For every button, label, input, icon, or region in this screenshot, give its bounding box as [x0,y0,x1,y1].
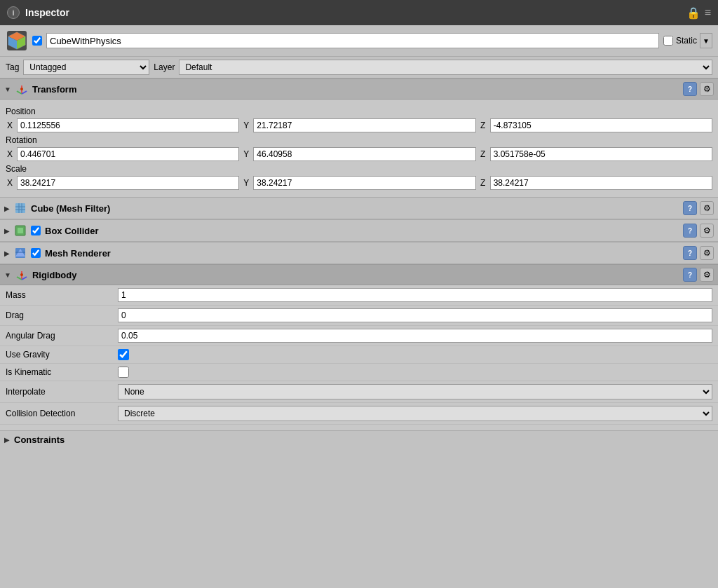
mesh-filter-help-btn[interactable]: ? [683,201,697,215]
is-kinematic-row: Is Kinematic [0,364,718,381]
collision-detection-select[interactable]: Discrete Continuous Continuous Dynamic [118,406,712,421]
static-checkbox[interactable] [663,36,673,46]
title-bar: i Inspector 🔒 ≡ [0,0,718,25]
mass-input[interactable] [118,288,712,302]
svg-line-6 [17,91,22,94]
title-icons: 🔒 ≡ [686,6,711,20]
mesh-renderer-row[interactable]: ▶ Mesh Renderer ? ⚙ [0,242,718,264]
interpolate-row: Interpolate None Interpolate Extrapolate [0,381,718,403]
svg-line-7 [22,91,27,94]
rotation-row: X Y Z [6,147,712,161]
transform-help-btn[interactable]: ? [683,82,697,96]
mesh-renderer-actions: ? ⚙ [683,246,714,260]
scale-x-label: X [6,178,14,188]
pos-z-input[interactable] [490,118,712,132]
box-collider-gear-btn[interactable]: ⚙ [700,224,714,238]
pos-y-input[interactable] [253,118,475,132]
rigidbody-help-btn[interactable]: ? [683,268,697,282]
svg-rect-9 [15,203,25,213]
static-label: Static [676,36,697,46]
angular-drag-label: Angular Drag [6,331,118,341]
is-kinematic-checkbox[interactable] [118,367,129,378]
svg-line-21 [22,277,27,280]
rot-x-input[interactable] [17,147,239,161]
static-row: Static ▼ [663,33,712,48]
tag-layer-row: Tag Untagged Layer Default [0,57,718,78]
rot-y-label: Y [242,149,250,159]
object-enabled-checkbox[interactable] [32,36,42,46]
svg-point-22 [20,273,23,276]
menu-icon[interactable]: ≡ [705,6,711,19]
transform-icon [15,83,28,95]
scale-label: Scale [6,164,712,174]
layer-select[interactable]: Default [179,60,712,75]
rot-z-input[interactable] [490,147,712,161]
scale-y-label: Y [242,178,250,188]
rigidbody-title: Rigidbody [32,270,679,280]
use-gravity-checkbox[interactable] [118,349,129,360]
drag-label: Drag [6,310,118,320]
mesh-filter-title: Cube (Mesh Filter) [31,203,679,214]
use-gravity-row: Use Gravity [0,346,718,364]
constraints-row[interactable]: ▶ Constraints [0,430,718,449]
scale-x-input[interactable] [17,176,239,190]
use-gravity-label: Use Gravity [6,350,118,360]
interpolate-select[interactable]: None Interpolate Extrapolate [118,384,712,399]
is-kinematic-label: Is Kinematic [6,367,118,377]
mesh-filter-row[interactable]: ▶ Cube (Mesh Filter) ? ⚙ [0,197,718,219]
box-collider-row[interactable]: ▶ Box Collider ? ⚙ [0,219,718,242]
scale-z-input[interactable] [490,176,712,190]
pos-y-label: Y [242,121,250,130]
box-collider-actions: ? ⚙ [683,224,714,238]
object-header: Static ▼ [0,25,718,57]
svg-line-20 [17,277,22,280]
transform-gear-btn[interactable]: ⚙ [700,82,714,96]
mesh-renderer-collapse-arrow: ▶ [4,249,10,257]
tag-label: Tag [6,62,19,72]
drag-input[interactable] [118,308,712,322]
transform-section-header[interactable]: ▼ Transform ? ⚙ [0,78,718,100]
lock-icon[interactable]: 🔒 [686,6,700,20]
scale-row: X Y Z [6,176,712,190]
collision-detection-row: Collision Detection Discrete Continuous … [0,403,718,425]
mesh-filter-gear-btn[interactable]: ⚙ [700,201,714,215]
angular-drag-row: Angular Drag [0,326,718,346]
position-row: X Y Z [6,118,712,132]
rigidbody-gear-btn[interactable]: ⚙ [700,268,714,282]
object-icon [6,29,28,52]
layer-label: Layer [154,62,175,72]
collision-detection-label: Collision Detection [6,409,118,418]
angular-drag-input[interactable] [118,329,712,343]
window-title: Inspector [25,7,69,18]
mesh-renderer-help-btn[interactable]: ? [683,246,697,260]
pos-x-input[interactable] [17,118,239,132]
box-collider-help-btn[interactable]: ? [683,224,697,238]
transform-collapse-arrow: ▼ [4,86,11,93]
pos-x-label: X [6,121,14,130]
tag-select[interactable]: Untagged [23,60,149,75]
mesh-filter-icon [14,202,27,214]
box-collider-icon [14,224,27,237]
rot-y-input[interactable] [253,147,475,161]
constraints-title: Constraints [14,435,65,445]
mesh-renderer-icon [14,247,27,259]
object-name-input[interactable] [46,33,659,48]
svg-point-8 [20,88,23,90]
mesh-renderer-checkbox[interactable] [31,248,41,258]
constraints-collapse-arrow: ▶ [4,436,10,444]
transform-title: Transform [32,84,679,95]
box-collider-title: Box Collider [45,226,679,236]
interpolate-label: Interpolate [6,387,118,397]
mass-label: Mass [6,290,118,300]
position-label: Position [6,107,712,116]
rot-x-label: X [6,149,14,159]
rigidbody-section-header[interactable]: ▼ Rigidbody ? ⚙ [0,264,718,285]
scale-y-input[interactable] [253,176,475,190]
inspector-window: i Inspector 🔒 ≡ Static ▼ Tag Untagged [0,0,718,449]
rotation-label: Rotation [6,135,712,145]
rigidbody-actions: ? ⚙ [683,268,714,282]
static-dropdown[interactable]: ▼ [700,33,712,48]
svg-rect-15 [18,228,23,233]
box-collider-checkbox[interactable] [31,226,41,235]
mesh-renderer-gear-btn[interactable]: ⚙ [700,246,714,260]
